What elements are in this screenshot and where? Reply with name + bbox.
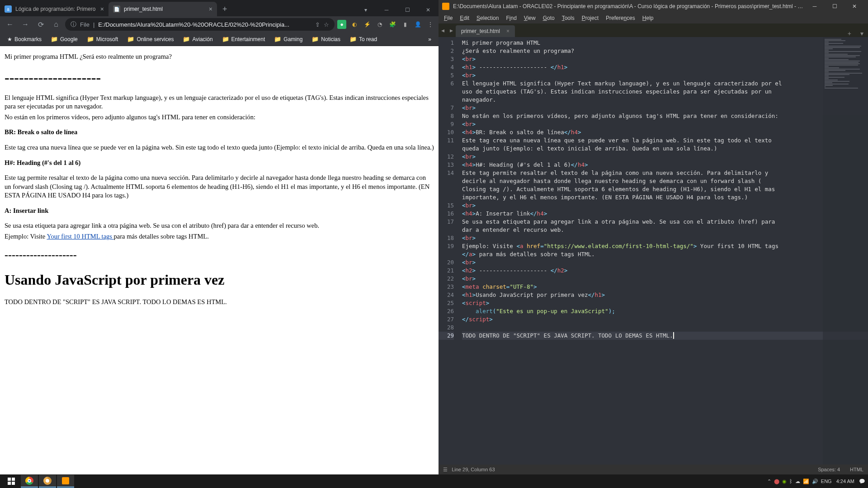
sublime-title: E:\Documents\Alura Latam - ORACLE\02 - P… xyxy=(453,3,805,9)
window-close-icon[interactable]: ✕ xyxy=(844,0,864,13)
window-min-icon[interactable]: ─ xyxy=(805,0,825,13)
tray-bluetooth-icon[interactable]: ᛒ xyxy=(789,479,793,484)
status-spaces[interactable]: Spaces: 4 xyxy=(818,467,840,472)
svg-rect-1 xyxy=(12,478,15,481)
status-hamburger-icon[interactable]: ☰ Line 29, Column 63 xyxy=(443,467,495,473)
tab-close-icon[interactable]: × xyxy=(100,5,104,13)
page-text: No están en los primeros vídeos, pero ad… xyxy=(5,113,434,122)
taskbar-clock[interactable]: 4:24 AM xyxy=(836,479,854,484)
chrome-tabstrip: a Lógica de programación: Primero × 📄 pr… xyxy=(0,0,439,16)
info-icon[interactable]: ⓘ xyxy=(71,20,76,28)
tray-language-icon[interactable]: ENG xyxy=(821,479,832,484)
sublime-statusbar: ☰ Line 29, Column 63 Spaces: 4 HTML xyxy=(439,465,868,474)
address-bar[interactable]: ⓘ File | E:/Documents/Alura%20Latam%20-%… xyxy=(65,18,335,31)
url-sep: | xyxy=(93,21,94,28)
menu-selection[interactable]: Selection xyxy=(473,15,502,21)
forward-button[interactable]: → xyxy=(19,18,32,31)
chrome-window: a Lógica de programación: Primero × 📄 pr… xyxy=(0,0,439,474)
menu-find[interactable]: Find xyxy=(502,15,520,21)
notifications-icon[interactable]: 💬 xyxy=(859,479,865,484)
back-button[interactable]: ← xyxy=(4,18,16,31)
system-tray[interactable]: ⌃ ⬤ ◉ ᛒ ☁ 📶 🔊 ENG xyxy=(767,479,832,484)
start-button[interactable] xyxy=(3,475,20,488)
extension-icon[interactable]: ⚡ xyxy=(363,20,372,29)
taskbar-sublime-icon[interactable] xyxy=(57,475,74,488)
tray-wifi-icon[interactable]: 📶 xyxy=(803,479,809,484)
tab-title: primer_test.html xyxy=(124,6,206,12)
menu-tools[interactable]: Tools xyxy=(558,15,578,21)
tab-favicon: a xyxy=(5,5,12,13)
bookmark-item[interactable]: 📁Noticias xyxy=(308,34,344,44)
editor-area[interactable]: 1234567891011121314151617181920212223242… xyxy=(439,37,868,465)
page-link[interactable]: Your first 10 HTML tags xyxy=(47,233,113,240)
tray-nvidia-icon[interactable]: ◉ xyxy=(782,479,787,484)
minimap[interactable] xyxy=(823,37,868,465)
star-icon[interactable]: ☆ xyxy=(324,21,329,28)
status-language[interactable]: HTML xyxy=(850,467,863,472)
menu-preferences[interactable]: Preferences xyxy=(602,15,639,21)
bookmark-item[interactable]: 📁Online services xyxy=(123,34,177,44)
extensions-puzzle-icon[interactable]: 🧩 xyxy=(388,20,397,29)
status-position: Line 29, Column 63 xyxy=(452,467,495,472)
home-button[interactable]: ⌂ xyxy=(50,18,62,31)
editor-tab[interactable]: primer_test.html × xyxy=(456,25,515,37)
menu-help[interactable]: Help xyxy=(639,15,657,21)
new-tab-button[interactable]: + xyxy=(217,2,233,16)
browser-tab-1[interactable]: a Lógica de programación: Primero × xyxy=(0,2,108,16)
bookmark-item[interactable]: 📁Microsoft xyxy=(83,34,122,44)
reload-button[interactable]: ⟳ xyxy=(34,18,47,31)
divider: -------------------- xyxy=(5,248,434,262)
extension-icon[interactable]: ◐ xyxy=(350,20,359,29)
svg-rect-2 xyxy=(8,482,11,485)
tab-menu-icon[interactable]: ▾ xyxy=(856,30,868,37)
svg-rect-3 xyxy=(12,482,15,485)
url-scheme: File xyxy=(80,21,90,28)
bookmark-item[interactable]: ★Bookmarks xyxy=(4,34,45,44)
minimize-button[interactable]: ▾ xyxy=(355,4,376,16)
bookmark-item[interactable]: 📁To read xyxy=(346,34,381,44)
new-tab-button[interactable]: + xyxy=(843,30,856,37)
profile-icon[interactable]: 👤 xyxy=(413,20,422,29)
menu-file[interactable]: File xyxy=(440,15,456,21)
menu-view[interactable]: View xyxy=(520,15,539,21)
bookmark-item[interactable]: 📁Aviación xyxy=(179,34,216,44)
tab-title: Lógica de programación: Primero xyxy=(15,6,98,12)
menu-project[interactable]: Project xyxy=(578,15,602,21)
sublime-menubar: File Edit Selection Find View Goto Tools… xyxy=(439,13,868,23)
extension-icon[interactable]: ● xyxy=(337,20,346,29)
folder-icon: 📁 xyxy=(183,36,190,42)
tray-icon[interactable]: ⬤ xyxy=(774,479,779,484)
tab-close-icon[interactable]: × xyxy=(506,28,509,34)
page-viewport[interactable]: Mi primer programa HTML ¿Será esto realm… xyxy=(0,46,439,474)
window-close-icon[interactable]: ✕ xyxy=(418,4,439,16)
share-icon[interactable]: ⇧ xyxy=(315,21,320,28)
menu-goto[interactable]: Goto xyxy=(539,15,558,21)
code-content[interactable]: Mi primer programa HTML¿Será esto realme… xyxy=(458,37,868,465)
line-gutter[interactable]: 1234567891011121314151617181920212223242… xyxy=(439,37,458,465)
tab-nav-forward[interactable]: ▸ xyxy=(447,23,456,37)
bookmark-item[interactable]: 📁Entertainment xyxy=(218,34,269,44)
extension-icon[interactable]: ◔ xyxy=(375,20,384,29)
taskbar-chrome-canary-icon[interactable] xyxy=(39,475,56,488)
tab-favicon: 📄 xyxy=(113,5,120,13)
tab-nav-back[interactable]: ◂ xyxy=(439,23,447,37)
tab-close-icon[interactable]: × xyxy=(209,5,212,13)
taskbar-chrome-icon[interactable] xyxy=(21,475,38,488)
tray-cloud-icon[interactable]: ☁ xyxy=(795,479,800,484)
bookmark-item[interactable]: 📁Gaming xyxy=(270,34,306,44)
sublime-titlebar[interactable]: E:\Documents\Alura Latam - ORACLE\02 - P… xyxy=(439,0,868,13)
browser-tab-2[interactable]: 📄 primer_test.html × xyxy=(108,2,217,16)
menu-edit[interactable]: Edit xyxy=(456,15,473,21)
window-max-icon[interactable]: ☐ xyxy=(397,4,418,16)
side-panel-icon[interactable]: ▮ xyxy=(401,20,410,29)
bookmark-item[interactable]: 📁Google xyxy=(47,34,81,44)
extensions-area: ● ◐ ⚡ ◔ 🧩 ▮ 👤 ⋮ xyxy=(337,20,435,29)
sublime-logo-icon xyxy=(442,3,449,10)
window-max-icon[interactable]: ☐ xyxy=(825,0,844,13)
bookmark-overflow[interactable]: » xyxy=(425,34,435,44)
tray-volume-icon[interactable]: 🔊 xyxy=(812,479,818,484)
tray-chevron-icon[interactable]: ⌃ xyxy=(767,479,771,484)
window-min-icon[interactable]: ─ xyxy=(376,4,397,16)
menu-icon[interactable]: ⋮ xyxy=(426,20,435,29)
divider: -------------------- xyxy=(5,68,434,87)
